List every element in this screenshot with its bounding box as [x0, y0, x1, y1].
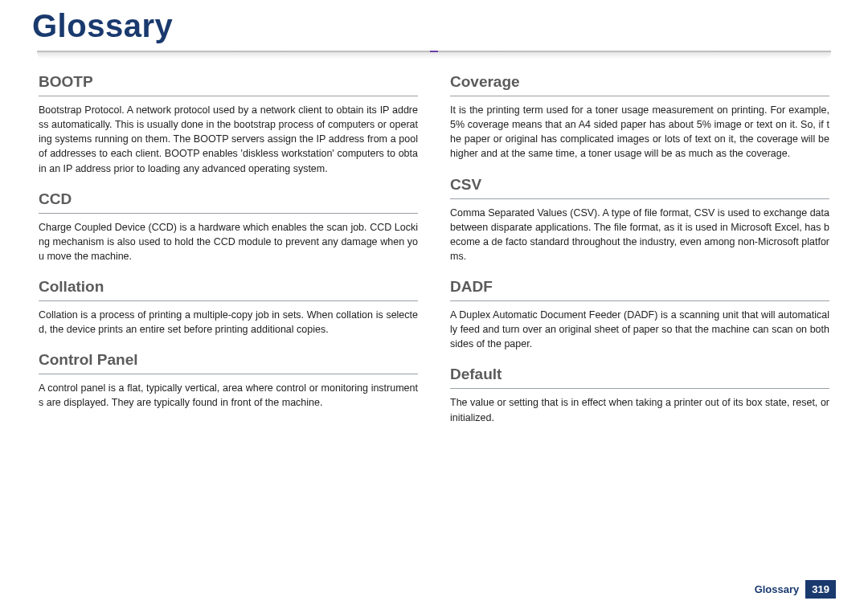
- right-column: Coverage It is the printing term used fo…: [450, 73, 829, 439]
- footer: Glossary 319: [755, 580, 836, 599]
- entry: CSV Comma Separated Values (CSV). A type…: [450, 176, 829, 264]
- definition: Comma Separated Values (CSV). A type of …: [450, 206, 829, 264]
- definition: Bootstrap Protocol. A network protocol u…: [39, 103, 418, 176]
- page-number-badge: 319: [805, 580, 836, 599]
- definition: A Duplex Automatic Document Feeder (DADF…: [450, 308, 829, 351]
- definition: Charge Coupled Device (CCD) is a hardwar…: [39, 220, 418, 264]
- term: CCD: [39, 190, 418, 214]
- term: CSV: [450, 176, 829, 199]
- header-rule-shadow: [37, 52, 831, 59]
- entry: Default The value or setting that is in …: [450, 366, 829, 424]
- term: DADF: [450, 278, 829, 301]
- definition: A control panel is a flat, typically ver…: [39, 381, 418, 410]
- term: BOOTP: [39, 73, 418, 96]
- header-rule: [37, 51, 831, 59]
- entry: CCD Charge Coupled Device (CCD) is a har…: [39, 190, 418, 264]
- columns: BOOTP Bootstrap Protocol. A network prot…: [32, 73, 836, 439]
- term: Default: [450, 366, 829, 389]
- definition: The value or setting that is in effect w…: [450, 395, 829, 424]
- entry: BOOTP Bootstrap Protocol. A network prot…: [39, 73, 418, 176]
- entry: Collation Collation is a process of prin…: [39, 278, 418, 337]
- footer-section-label: Glossary: [755, 583, 800, 595]
- entry: DADF A Duplex Automatic Document Feeder …: [450, 278, 829, 351]
- entry: Coverage It is the printing term used fo…: [450, 73, 829, 161]
- term: Collation: [39, 278, 418, 301]
- term: Control Panel: [39, 351, 418, 374]
- definition: Collation is a process of printing a mul…: [39, 308, 418, 337]
- entry: Control Panel A control panel is a flat,…: [39, 351, 418, 410]
- page-title: Glossary: [32, 8, 836, 44]
- definition: It is the printing term used for a toner…: [450, 103, 829, 161]
- left-column: BOOTP Bootstrap Protocol. A network prot…: [39, 73, 418, 439]
- page: Glossary BOOTP Bootstrap Protocol. A net…: [0, 0, 868, 613]
- term: Coverage: [450, 73, 829, 96]
